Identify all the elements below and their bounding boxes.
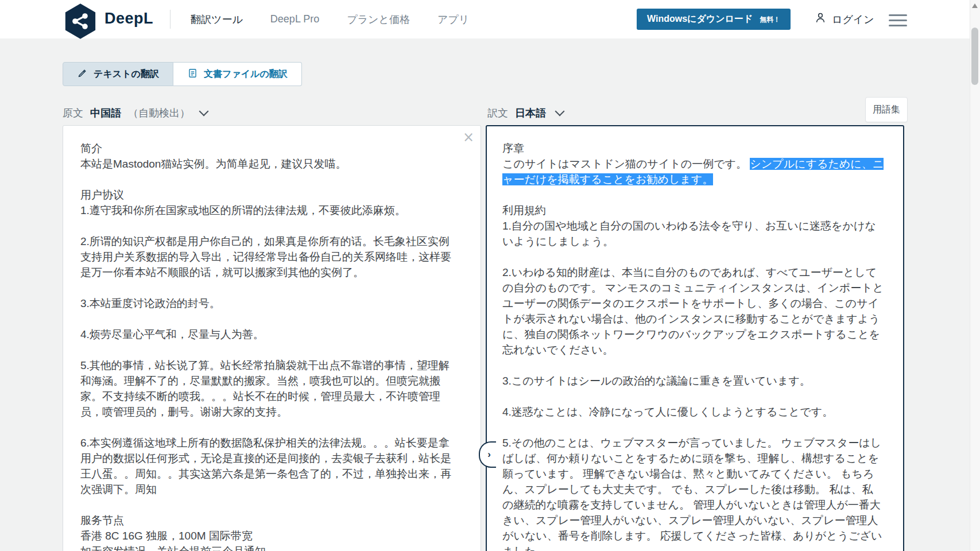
- source-text-panel: × 简介 本站是Mastodon猫站实例。为简单起见，建议只发喵。用户协议 1.…: [63, 125, 481, 551]
- target-language-selector[interactable]: 訳文 日本語: [487, 101, 563, 125]
- source-label: 原文: [63, 106, 83, 120]
- free-badge: 無料！: [760, 15, 780, 25]
- paragraph: 用户协议 1.遵守我和你所在国家或地区的所谓的法律法规，不要彼此添麻烦。: [80, 187, 458, 218]
- download-button-label: Windowsにダウンロード: [647, 13, 753, 25]
- deepl-translator-page: DeepL 翻訳ツール DeepL Pro プランと価格 アプリ Windows…: [0, 0, 980, 551]
- tab-text-translation[interactable]: テキストの翻訳: [63, 62, 173, 86]
- paragraph: 简介 本站是Mastodon猫站实例。为简单起见，建议只发喵。: [80, 141, 458, 172]
- tab-label: テキストの翻訳: [94, 68, 159, 80]
- paragraph: 6.本实例遵循这地球上所有的数据隐私保护相关的法律法规。。。站长要是拿用户的数据…: [80, 435, 458, 497]
- tab-document-translation[interactable]: 文書ファイルの翻訳: [173, 62, 302, 86]
- login-label: ログイン: [832, 13, 874, 26]
- document-icon: [187, 68, 198, 81]
- close-icon[interactable]: ×: [462, 130, 475, 144]
- scrollbar-thumb[interactable]: [971, 28, 978, 85]
- target-label: 訳文: [487, 106, 508, 120]
- paragraph: 3.このサイトはシールの政治的な議論に重きを置いています。: [502, 373, 884, 389]
- scroll-up-icon[interactable]: [972, 3, 978, 8]
- nav-item-apps[interactable]: アプリ: [437, 13, 469, 26]
- paragraph: 3.本站重度讨论政治的封号。: [80, 296, 458, 311]
- glossary-button[interactable]: 用語集: [865, 97, 908, 122]
- pencil-icon: [77, 68, 88, 81]
- paragraph: 服务节点 香港 8C 16G 独服，100M 国际带宽 如无突发情况，关站会提前…: [80, 513, 458, 551]
- download-windows-button[interactable]: Windowsにダウンロード 無料！: [637, 9, 791, 30]
- nav-separator: [170, 10, 171, 29]
- top-navbar: DeepL 翻訳ツール DeepL Pro プランと価格 アプリ Windows…: [0, 0, 980, 38]
- paragraph: 利用規約 1.自分の国や地域と自分の国のいわゆる法令を守り、お互いに迷惑をかけな…: [502, 203, 884, 249]
- chevron-down-icon: [199, 106, 209, 116]
- tab-label: 文書ファイルの翻訳: [204, 68, 288, 80]
- nav-item-deepl-pro[interactable]: DeepL Pro: [270, 13, 319, 25]
- source-text-area[interactable]: 简介 本站是Mastodon猫站实例。为简单起见，建议只发喵。用户协议 1.遵守…: [80, 141, 458, 551]
- nav-item-pricing[interactable]: プランと価格: [347, 13, 410, 26]
- paragraph: 序章 このサイトはマストドン猫のサイトの一例です。 シンプルにするために、ニャー…: [502, 141, 884, 187]
- paragraph: 5.その他のことは、ウェブマスターが言っていました。 ウェブマスターはしばしば、…: [502, 435, 884, 551]
- source-language-value: 中国語: [90, 106, 121, 120]
- user-icon: [814, 11, 827, 27]
- paragraph: 2.いわゆる知的財産は、本当に自分のものであれば、すべてユーザーとしての自分のも…: [502, 265, 884, 358]
- deepl-logo-icon[interactable]: [62, 2, 99, 40]
- paragraph: 2.所谓的知识产权都是用户你自己的，如果真是你所有的话。长毛象社区实例支持用户关…: [80, 234, 458, 280]
- auto-detect-label: （自動検出）: [128, 106, 190, 120]
- language-bar: 原文 中国語 （自動検出） 訳文 日本語 用語集: [0, 101, 980, 125]
- nav-item-translator[interactable]: 翻訳ツール: [191, 13, 243, 26]
- main-nav: 翻訳ツール DeepL Pro プランと価格 アプリ: [191, 0, 469, 38]
- menu-icon[interactable]: [889, 14, 907, 26]
- brand-name[interactable]: DeepL: [104, 10, 153, 28]
- translation-mode-tabs: テキストの翻訳 文書ファイルの翻訳: [63, 62, 302, 86]
- expand-icon[interactable]: ›: [479, 441, 496, 468]
- page-scrollbar[interactable]: [970, 0, 980, 551]
- expand-glyph: ›: [487, 449, 491, 460]
- paragraph: 4.迷惑なことは、冷静になって人に優しくしようとすることです。: [502, 404, 884, 420]
- paragraph: 4.烦劳尽量心平气和，尽量与人为善。: [80, 327, 458, 342]
- source-language-selector[interactable]: 原文 中国語 （自動検出）: [63, 101, 207, 125]
- target-language-value: 日本語: [515, 106, 546, 120]
- paragraph: 5.其他的事情，站长说了算。站长经常拍脑袋就干出点不靠谱的事情，望理解和海涵。理…: [80, 358, 458, 420]
- login-link[interactable]: ログイン: [814, 0, 874, 38]
- target-text-area: 序章 このサイトはマストドン猫のサイトの一例です。 シンプルにするために、ニャー…: [502, 141, 884, 551]
- chevron-down-icon: [555, 106, 565, 116]
- target-text-panel: 序章 このサイトはマストドン猫のサイトの一例です。 シンプルにするために、ニャー…: [486, 125, 904, 551]
